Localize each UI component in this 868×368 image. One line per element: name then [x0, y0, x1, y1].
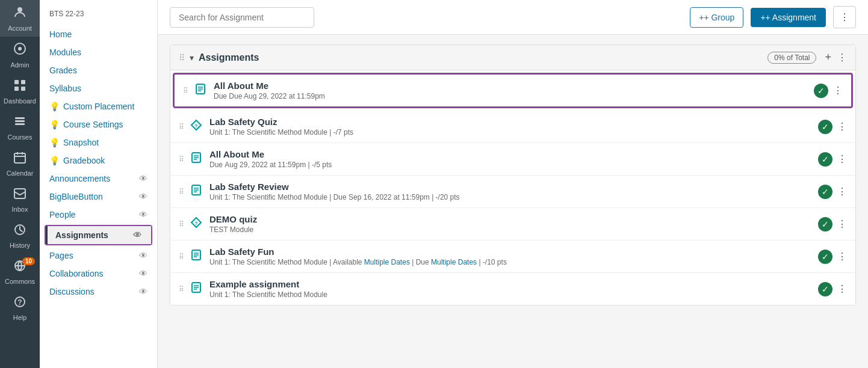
sidebar-item-modules[interactable]: Modules — [40, 43, 157, 61]
assignment-button[interactable]: + + Assignment — [751, 8, 826, 27]
admin-icon — [13, 41, 27, 60]
row-info: Lab Safety Quiz Unit 1: The Scientific M… — [209, 117, 812, 136]
eye-icon: 👁 — [133, 230, 141, 240]
row-meta: Unit 1: The Scientific Method Module | D… — [209, 193, 812, 201]
bulb-icon: 💡 — [49, 138, 60, 147]
row-meta: Unit 1: The Scientific Method Module | A… — [209, 258, 812, 266]
table-row: ⠿ ? DEMO quiz TEST Module ✓ ⋮ — [170, 208, 855, 241]
row-info: Lab Safety Fun Unit 1: The Scientific Me… — [209, 247, 812, 266]
commons-badge: 10 — [22, 257, 35, 265]
bulb-icon: 💡 — [49, 102, 60, 111]
row-meta: Due Due Aug 29, 2022 at 11:59pm — [214, 92, 808, 100]
published-icon: ✓ — [818, 250, 832, 264]
row-kebab-button[interactable]: ⋮ — [837, 121, 847, 132]
sidebar-item-assignments[interactable]: Assignments 👁 — [46, 226, 151, 244]
group-plus-icon: + — [699, 13, 704, 22]
courses-label: Courses — [8, 133, 33, 141]
sidebar-item-commons[interactable]: 10 Commons — [0, 254, 40, 290]
table-row: ⠿ All About Me Due Due Aug 29, 2022 at 1… — [173, 73, 853, 108]
sidebar-item-collaborations[interactable]: Collaborations 👁 — [40, 265, 157, 283]
sidebar-item-custom-placement[interactable]: 💡 Custom Placement — [40, 97, 157, 115]
sidebar-link-label: Assignments — [55, 230, 108, 240]
available-multiple-dates-link[interactable]: Multiple Dates — [364, 258, 410, 266]
sidebar-item-people[interactable]: People 👁 — [40, 206, 157, 224]
calendar-label: Calendar — [7, 170, 34, 177]
sidebar-link-label: Collaborations — [49, 269, 104, 278]
sidebar-item-announcements[interactable]: Announcements 👁 — [40, 170, 157, 188]
sidebar-link-label: Announcements — [49, 174, 110, 183]
svg-text:?: ? — [195, 221, 198, 226]
search-input[interactable] — [170, 7, 314, 28]
sidebar-item-pages[interactable]: Pages 👁 — [40, 247, 157, 265]
svg-rect-8 — [15, 120, 25, 122]
svg-rect-4 — [21, 80, 25, 84]
published-icon: ✓ — [818, 282, 832, 296]
sidebar-link-label: BigBlueButton — [49, 192, 103, 201]
assignment-type-icon — [190, 249, 203, 264]
more-options-button[interactable]: ⋮ — [833, 6, 856, 28]
row-info: Lab Safety Review Unit 1: The Scientific… — [209, 182, 812, 201]
sidebar-item-syllabus[interactable]: Syllabus — [40, 79, 157, 97]
row-drag-handle[interactable]: ⠿ — [179, 188, 184, 196]
published-icon: ✓ — [818, 120, 832, 134]
row-title: DEMO quiz — [209, 214, 812, 224]
sidebar-item-discussions[interactable]: Discussions 👁 — [40, 283, 157, 301]
due-multiple-dates-link[interactable]: Multiple Dates — [431, 258, 477, 266]
sidebar-item-admin[interactable]: Admin — [0, 37, 40, 73]
sidebar-item-dashboard[interactable]: Dashboard — [0, 73, 40, 109]
group-button-label: + Group — [704, 13, 734, 22]
group-title: Assignments — [199, 52, 259, 63]
row-drag-handle[interactable]: ⠿ — [179, 253, 184, 261]
sidebar-item-grades[interactable]: Grades — [40, 61, 157, 79]
sidebar-item-courses[interactable]: Courses — [0, 109, 40, 146]
assignment-button-label: + Assignment — [766, 13, 816, 22]
sidebar-link-label: Pages — [49, 251, 73, 260]
row-actions: ✓ ⋮ — [818, 120, 847, 134]
row-drag-handle[interactable]: ⠿ — [179, 285, 184, 293]
group-kebab-button[interactable]: ⋮ — [837, 52, 847, 63]
sidebar-item-help[interactable]: ? Help — [0, 290, 40, 326]
row-title: All About Me — [214, 81, 808, 91]
row-kebab-button[interactable]: ⋮ — [837, 153, 847, 165]
row-info: All About Me Due Aug 29, 2022 at 11:59pm… — [209, 149, 812, 169]
row-drag-handle[interactable]: ⠿ — [179, 123, 184, 131]
group-add-button[interactable]: + — [825, 51, 831, 64]
quiz-type-icon: ? — [190, 119, 203, 134]
drag-handle-icon[interactable]: ⠿ — [179, 53, 185, 63]
sidebar-item-gradebook[interactable]: 💡 Gradebook — [40, 152, 157, 170]
row-kebab-button[interactable]: ⋮ — [837, 186, 847, 197]
assignment-type-icon — [194, 83, 208, 98]
sidebar-item-bigbluebutton[interactable]: BigBlueButton 👁 — [40, 188, 157, 206]
svg-rect-10 — [14, 153, 25, 163]
sidebar-item-snapshot[interactable]: 💡 Snapshot — [40, 133, 157, 152]
sidebar-item-calendar[interactable]: Calendar — [0, 146, 40, 182]
sidebar-link-label: Grades — [49, 66, 77, 75]
eye-icon: 👁 — [139, 251, 147, 260]
svg-point-0 — [17, 7, 22, 12]
sidebar-item-inbox[interactable]: Inbox — [0, 182, 40, 218]
bulb-icon: 💡 — [49, 156, 60, 165]
row-kebab-button[interactable]: ⋮ — [837, 251, 847, 262]
row-drag-handle[interactable]: ⠿ — [179, 155, 184, 164]
inbox-label: Inbox — [12, 206, 28, 213]
published-icon: ✓ — [818, 217, 832, 232]
row-kebab-button[interactable]: ⋮ — [833, 85, 843, 96]
topbar: + + Group + + Assignment ⋮ — [158, 0, 868, 35]
row-drag-handle[interactable]: ⠿ — [179, 220, 184, 228]
content-area: ⠿ ▾ Assignments 0% of Total + ⋮ ⠿ — [158, 35, 868, 368]
row-kebab-button[interactable]: ⋮ — [837, 218, 847, 230]
chevron-down-icon[interactable]: ▾ — [190, 53, 194, 63]
sidebar-item-course-settings[interactable]: 💡 Course Settings — [40, 115, 157, 133]
bulb-icon: 💡 — [49, 120, 60, 129]
svg-text:?: ? — [17, 298, 22, 307]
group-percentage: 0% of Total — [767, 52, 816, 64]
svg-rect-9 — [15, 123, 25, 125]
group-button[interactable]: + + Group — [690, 7, 743, 28]
published-icon: ✓ — [814, 84, 828, 98]
row-kebab-button[interactable]: ⋮ — [837, 283, 847, 295]
row-info: DEMO quiz TEST Module — [209, 214, 812, 234]
row-drag-handle[interactable]: ⠿ — [183, 87, 188, 95]
sidebar-item-home[interactable]: Home — [40, 25, 157, 43]
sidebar-item-history[interactable]: History — [0, 218, 40, 254]
sidebar-item-account[interactable]: Account — [0, 0, 40, 37]
